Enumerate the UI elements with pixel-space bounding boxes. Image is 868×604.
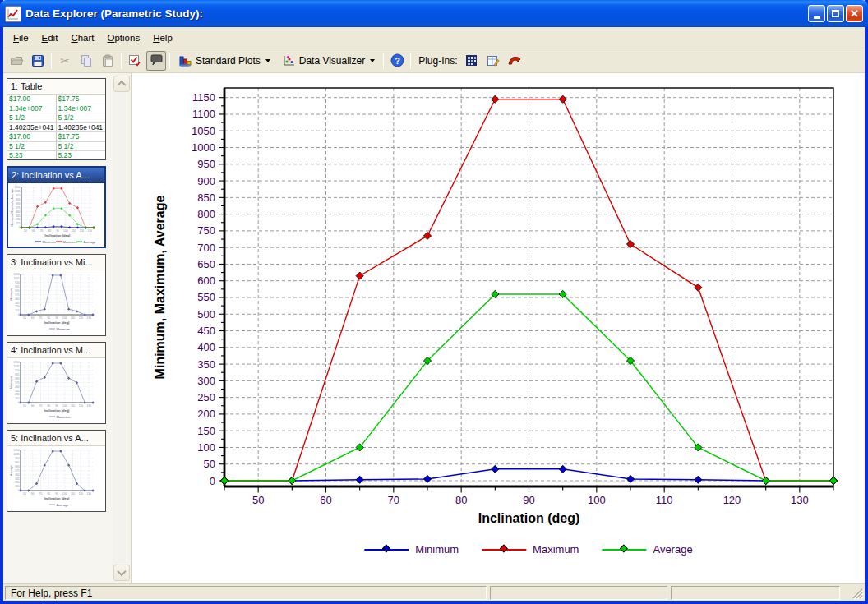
svg-text:80: 80 xyxy=(47,316,50,320)
svg-text:800: 800 xyxy=(197,208,215,220)
thumbnail-5[interactable]: 5: Inclination vs A...506070809010011012… xyxy=(7,430,106,512)
menu-edit[interactable]: Edit xyxy=(35,30,65,45)
svg-text:Minimum, Maximum, Average: Minimum, Maximum, Average xyxy=(153,196,167,380)
plugins-label: Plug-Ins: xyxy=(413,55,460,67)
table-cell: 5 1/2 xyxy=(7,113,57,122)
svg-text:1150: 1150 xyxy=(14,449,20,452)
scroll-down-button[interactable] xyxy=(113,565,130,581)
maximize-icon xyxy=(832,10,839,17)
svg-text:115: 115 xyxy=(15,397,19,400)
open-button[interactable] xyxy=(7,51,26,71)
chevron-down-icon xyxy=(117,567,126,576)
svg-text:70: 70 xyxy=(39,316,43,320)
table-cell: $17.75 xyxy=(57,132,106,141)
svg-text:575: 575 xyxy=(15,381,20,385)
svg-text:0: 0 xyxy=(19,226,21,229)
copy-button[interactable] xyxy=(76,51,96,71)
svg-text:130: 130 xyxy=(86,316,91,320)
table-cell: $17.75 xyxy=(57,95,106,104)
svg-text:70: 70 xyxy=(388,494,399,506)
thumbnail-2[interactable]: 2: Inclination vs A...506070809010011012… xyxy=(7,166,106,248)
svg-text:100: 100 xyxy=(62,316,67,320)
svg-text:250: 250 xyxy=(197,391,215,403)
close-icon: ✕ xyxy=(850,7,859,20)
cut-button[interactable]: ✂ xyxy=(55,51,75,71)
thumbnail-table-preview: $17.00$17.751.34e+0071.34e+0075 1/25 1/2… xyxy=(7,95,105,160)
menu-chart[interactable]: Chart xyxy=(64,30,100,45)
standard-plots-button[interactable]: Standard Plots xyxy=(173,51,275,71)
svg-text:100: 100 xyxy=(588,494,606,506)
svg-text:575: 575 xyxy=(15,469,20,473)
svg-text:120: 120 xyxy=(80,229,85,233)
help-button[interactable]: ? xyxy=(387,51,407,71)
svg-text:Maximum: Maximum xyxy=(10,376,13,389)
svg-text:Inclination (deg): Inclination (deg) xyxy=(44,320,71,325)
menu-help[interactable]: Help xyxy=(146,30,179,45)
svg-text:90: 90 xyxy=(56,229,59,233)
svg-text:920: 920 xyxy=(15,281,20,284)
svg-text:350: 350 xyxy=(197,358,215,371)
table-row: $17.00$17.75 xyxy=(7,132,105,142)
plugin-table-edit-button[interactable] xyxy=(483,51,503,71)
thumbnail-chart-preview: 5060708090100110120130011523034546057569… xyxy=(7,446,105,512)
svg-text:690: 690 xyxy=(15,465,20,468)
svg-text:120: 120 xyxy=(723,494,741,506)
svg-text:90: 90 xyxy=(55,316,58,320)
save-icon xyxy=(31,54,44,67)
thumbnail-3[interactable]: 3: Inclination vs Mi...50607080901001101… xyxy=(7,254,106,336)
minimize-button[interactable] xyxy=(808,5,825,22)
svg-text:805: 805 xyxy=(15,461,20,464)
svg-text:Minimum: Minimum xyxy=(43,240,57,244)
close-button[interactable]: ✕ xyxy=(846,5,863,22)
svg-text:50: 50 xyxy=(24,229,27,233)
svg-text:80: 80 xyxy=(455,494,467,506)
dropdown-caret-icon xyxy=(265,59,270,62)
svg-text:Minimum: Minimum xyxy=(10,288,13,300)
svg-text:130: 130 xyxy=(791,494,809,506)
thumbnail-1[interactable]: 1: Table$17.00$17.751.34e+0071.34e+0075 … xyxy=(7,78,106,160)
svg-text:230: 230 xyxy=(15,481,20,484)
scroll-up-button[interactable] xyxy=(113,76,130,92)
svg-text:230: 230 xyxy=(16,218,21,221)
svg-text:60: 60 xyxy=(32,229,35,233)
svg-text:1100: 1100 xyxy=(192,108,215,120)
menu-file[interactable]: File xyxy=(7,30,35,45)
svg-text:690: 690 xyxy=(15,377,20,380)
svg-text:1150: 1150 xyxy=(15,186,21,189)
maximize-button[interactable] xyxy=(827,5,844,22)
table-cell: 1.34e+007 xyxy=(7,104,57,113)
svg-text:60: 60 xyxy=(320,494,331,506)
svg-text:110: 110 xyxy=(71,492,75,496)
table-cell: 5.23 xyxy=(7,151,57,160)
svg-text:110: 110 xyxy=(71,316,75,320)
svg-text:120: 120 xyxy=(79,404,84,408)
annotation-button[interactable] xyxy=(146,51,166,71)
data-visualizer-button[interactable]: Data Visualizer xyxy=(277,51,380,71)
plugin-digitizer-button[interactable] xyxy=(505,51,524,71)
legend-marker xyxy=(364,549,409,551)
paste-button[interactable] xyxy=(98,51,118,71)
svg-text:805: 805 xyxy=(15,373,20,376)
svg-text:Average: Average xyxy=(10,465,13,476)
svg-text:460: 460 xyxy=(15,297,20,301)
svg-text:0: 0 xyxy=(210,475,215,487)
svg-text:Inclination (deg): Inclination (deg) xyxy=(44,408,71,413)
status-bar: For Help, press F1 xyxy=(3,583,865,601)
svg-text:920: 920 xyxy=(15,457,20,460)
toolbar-separator xyxy=(410,53,411,69)
resize-grip[interactable] xyxy=(852,588,864,600)
svg-text:50: 50 xyxy=(23,492,26,496)
svg-text:400: 400 xyxy=(197,341,215,353)
save-button[interactable] xyxy=(28,51,48,71)
sidebar-scrollbar[interactable] xyxy=(113,73,131,583)
svg-text:80: 80 xyxy=(47,492,50,496)
plugin-matrix-button[interactable] xyxy=(462,51,482,71)
svg-text:60: 60 xyxy=(31,492,35,496)
legend-item-average: Average xyxy=(602,543,692,556)
options-check-button[interactable] xyxy=(125,51,145,71)
thumbnail-4[interactable]: 4: Inclination vs M...506070809010011012… xyxy=(7,342,106,424)
speech-bubble-icon xyxy=(150,54,164,67)
svg-text:130: 130 xyxy=(86,492,91,496)
svg-text:Average: Average xyxy=(57,503,70,507)
menu-options[interactable]: Options xyxy=(101,30,147,45)
